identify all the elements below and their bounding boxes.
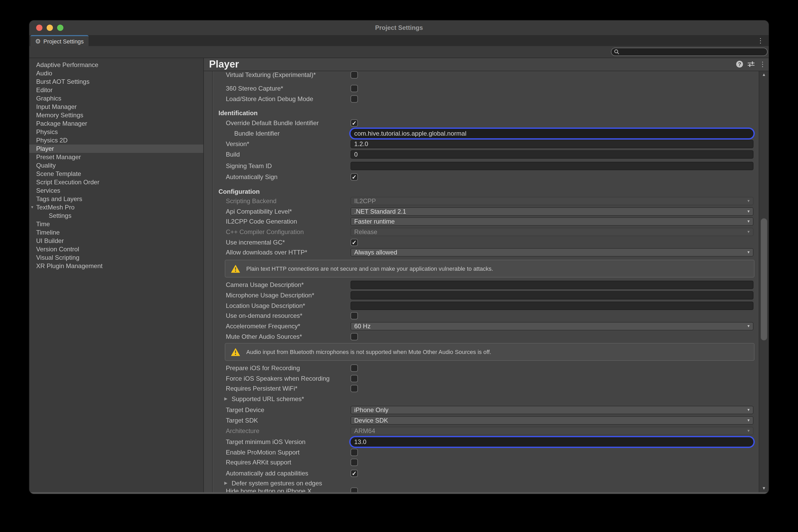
checkbox-unchecked[interactable] bbox=[351, 333, 358, 340]
text-field[interactable]: 13.0 bbox=[351, 437, 754, 446]
dropdown[interactable]: Device SDK▼ bbox=[351, 416, 754, 425]
row-microphone-usage-description: Microphone Usage Description* bbox=[204, 290, 759, 301]
text-field[interactable] bbox=[351, 162, 754, 170]
sidebar-item-adaptive-performance[interactable]: Adaptive Performance bbox=[29, 61, 203, 69]
sidebar-item-label: TextMesh Pro bbox=[36, 204, 75, 211]
row-load-store-action-debug-mode: Load/Store Action Debug Mode bbox=[204, 94, 759, 104]
sidebar-item-services[interactable]: Services bbox=[29, 186, 203, 195]
text-field[interactable]: 0 bbox=[351, 150, 754, 159]
field-label: Virtual Texturing (Experimental)* bbox=[226, 71, 316, 80]
sidebar-item-version-control[interactable]: Version Control bbox=[29, 245, 203, 253]
checkbox-unchecked[interactable] bbox=[351, 488, 358, 492]
text-field[interactable] bbox=[351, 291, 754, 300]
field-label: Mute Other Audio Sources* bbox=[226, 331, 302, 342]
checkbox-checked[interactable]: ✓ bbox=[351, 239, 358, 246]
dropdown[interactable]: ARM64▼ bbox=[351, 427, 754, 435]
kebab-menu-icon[interactable]: ⋮ bbox=[757, 37, 764, 44]
sidebar-item-editor[interactable]: Editor bbox=[29, 86, 203, 94]
dropdown[interactable]: Faster runtime▼ bbox=[351, 217, 754, 226]
dropdown[interactable]: iPhone Only▼ bbox=[351, 406, 754, 414]
sidebar-item-ui-builder[interactable]: UI Builder bbox=[29, 237, 203, 245]
form-rows: Virtual Texturing (Experimental)*360 Ste… bbox=[204, 71, 759, 492]
sidebar-item-settings[interactable]: Settings bbox=[29, 211, 203, 220]
dropdown[interactable]: Always allowed▼ bbox=[351, 248, 754, 256]
dropdown[interactable]: 60 Hz▼ bbox=[351, 322, 754, 330]
checkbox-unchecked[interactable] bbox=[351, 449, 358, 456]
minimize-button[interactable] bbox=[47, 25, 53, 31]
checkbox-checked[interactable]: ✓ bbox=[351, 470, 358, 477]
checkbox-unchecked[interactable] bbox=[351, 364, 358, 372]
field-label: Supported URL schemes* bbox=[231, 394, 304, 404]
title-bar[interactable]: Project Settings bbox=[29, 20, 769, 35]
checkbox-checked[interactable]: ✓ bbox=[351, 119, 358, 127]
field-label: Use incremental GC* bbox=[226, 237, 285, 248]
text-field[interactable] bbox=[351, 281, 754, 289]
checkbox-unchecked[interactable] bbox=[351, 95, 358, 102]
toolbar bbox=[29, 46, 769, 58]
sidebar-item-timeline[interactable]: Timeline bbox=[29, 228, 203, 237]
sidebar-item-quality[interactable]: Quality bbox=[29, 161, 203, 170]
sidebar-item-label: Memory Settings bbox=[36, 112, 83, 119]
sidebar-item-graphics[interactable]: Graphics bbox=[29, 94, 203, 102]
tab-project-settings[interactable]: ⚙ Project Settings bbox=[31, 35, 89, 46]
tab-strip: ⚙ Project Settings ⋮ bbox=[29, 35, 769, 46]
help-icon[interactable]: ? bbox=[736, 61, 743, 68]
scrollbar-thumb[interactable] bbox=[761, 218, 767, 340]
check-icon: ✓ bbox=[352, 470, 356, 476]
row-location-usage-description: Location Usage Description* bbox=[204, 301, 759, 311]
scroll-up-icon[interactable]: ▲ bbox=[759, 73, 769, 77]
sidebar-item-input-manager[interactable]: Input Manager bbox=[29, 102, 203, 111]
checkbox-unchecked[interactable] bbox=[351, 312, 358, 319]
presets-icon[interactable] bbox=[748, 61, 755, 67]
checkbox-unchecked[interactable] bbox=[351, 71, 358, 78]
sidebar-item-physics[interactable]: Physics bbox=[29, 128, 203, 136]
text-field[interactable] bbox=[351, 302, 754, 310]
sidebar-item-visual-scripting[interactable]: Visual Scripting bbox=[29, 253, 203, 262]
sidebar-item-burst-aot-settings[interactable]: Burst AOT Settings bbox=[29, 77, 203, 86]
sidebar-item-label: Preset Manager bbox=[36, 153, 81, 161]
sidebar-item-preset-manager[interactable]: Preset Manager bbox=[29, 153, 203, 161]
foldout-closed-icon[interactable]: ▶ bbox=[224, 481, 227, 486]
checkbox-unchecked[interactable] bbox=[351, 375, 358, 382]
sidebar-item-scene-template[interactable]: Scene Template bbox=[29, 170, 203, 178]
check-icon: ✓ bbox=[352, 174, 356, 180]
sidebar-item-xr-plugin-management[interactable]: XR Plugin Management bbox=[29, 262, 203, 270]
field-label: Requires Persistent WiFi* bbox=[226, 383, 297, 394]
text-field[interactable]: 1.2.0 bbox=[351, 140, 754, 148]
checkbox-checked[interactable]: ✓ bbox=[351, 173, 358, 180]
sidebar-item-audio[interactable]: Audio bbox=[29, 69, 203, 77]
sidebar-item-script-execution-order[interactable]: Script Execution Order bbox=[29, 178, 203, 186]
sidebar-item-label: Tags and Layers bbox=[36, 195, 82, 203]
checkbox-unchecked[interactable] bbox=[351, 85, 358, 92]
row-target-minimum-ios-version: Target minimum iOS Version13.0 bbox=[204, 437, 759, 447]
row-virtual-texturing-experimental: Virtual Texturing (Experimental)* bbox=[204, 71, 759, 80]
field-label: Target minimum iOS Version bbox=[226, 437, 305, 447]
dropdown[interactable]: Release▼ bbox=[351, 228, 754, 236]
kebab-menu-icon[interactable]: ⋮ bbox=[759, 61, 766, 68]
foldout-closed-icon[interactable]: ▶ bbox=[224, 397, 227, 401]
sidebar-item-package-manager[interactable]: Package Manager bbox=[29, 119, 203, 128]
sidebar-item-textmesh-pro[interactable]: ▼TextMesh Pro bbox=[29, 203, 203, 211]
sidebar-item-physics-2d[interactable]: Physics 2D bbox=[29, 136, 203, 145]
field-label: Architecture bbox=[226, 426, 259, 436]
scroll-down-icon[interactable]: ▼ bbox=[759, 487, 769, 491]
checkbox-unchecked[interactable] bbox=[351, 385, 358, 392]
sidebar-item-label: Burst AOT Settings bbox=[36, 78, 90, 86]
text-field[interactable]: com.hive.tutorial.ios.apple.global.norma… bbox=[351, 129, 754, 138]
chevron-down-icon: ▼ bbox=[747, 230, 750, 233]
search-input[interactable] bbox=[611, 48, 767, 56]
sidebar-item-memory-settings[interactable]: Memory Settings bbox=[29, 111, 203, 119]
vertical-scrollbar[interactable]: ▲ ▼ bbox=[759, 71, 769, 492]
dropdown-value: Device SDK bbox=[354, 417, 388, 424]
field-label: Hide home button on iPhone X bbox=[226, 486, 312, 492]
sidebar-item-tags-and-layers[interactable]: Tags and Layers bbox=[29, 195, 203, 203]
close-button[interactable] bbox=[36, 25, 42, 31]
foldout-open-icon[interactable]: ▼ bbox=[31, 205, 34, 209]
sidebar-item-time[interactable]: Time bbox=[29, 220, 203, 228]
checkbox-unchecked[interactable] bbox=[351, 459, 358, 466]
dropdown[interactable]: IL2CPP▼ bbox=[351, 197, 754, 205]
sidebar-item-player[interactable]: Player bbox=[29, 145, 203, 153]
row-accelerometer-frequency: Accelerometer Frequency*60 Hz▼ bbox=[204, 321, 759, 331]
dropdown[interactable]: .NET Standard 2.1▼ bbox=[351, 207, 754, 216]
zoom-button[interactable] bbox=[57, 25, 63, 31]
